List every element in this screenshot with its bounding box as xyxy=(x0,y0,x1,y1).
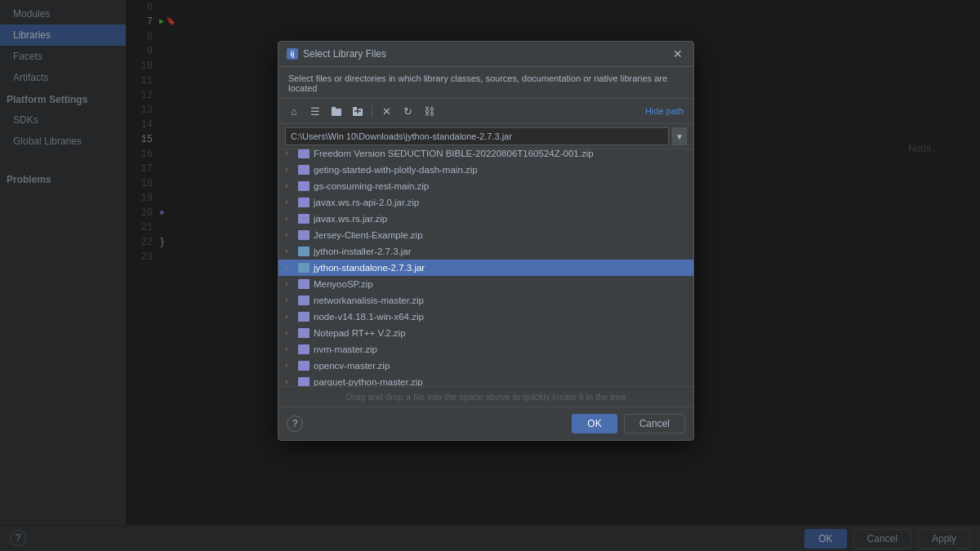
file-name: jython-standalone-2.7.3.jar xyxy=(314,260,425,275)
chevron-right-icon: › xyxy=(285,342,296,357)
file-list-item[interactable]: ›gs-consuming-rest-main.zip xyxy=(278,178,693,194)
path-input[interactable] xyxy=(285,127,669,145)
file-list-item[interactable]: ›jython-standalone-2.7.3.jar xyxy=(278,260,693,276)
file-list-item[interactable]: ›networkanalisis-master.zip xyxy=(278,292,693,309)
file-type-icon xyxy=(298,344,310,354)
file-name: geting-started-with-plotly-dash-main.zip xyxy=(314,162,478,177)
file-type-icon xyxy=(298,247,310,256)
chevron-right-icon: › xyxy=(285,149,296,161)
dialog-subtitle: Select files or directories in which lib… xyxy=(278,67,693,99)
file-list-item[interactable]: ›geting-started-with-plotly-dash-main.zi… xyxy=(278,162,693,178)
chevron-right-icon: › xyxy=(285,162,296,177)
file-list-item[interactable]: ›Notepad RT++ V.2.zip xyxy=(278,325,693,341)
file-type-icon xyxy=(298,214,310,224)
chevron-right-icon: › xyxy=(285,358,296,373)
file-list-item[interactable]: ›Freedom Version SEDUCTION BIBLE-2022080… xyxy=(278,149,693,162)
dialog-logo-icon: ij xyxy=(287,48,298,60)
new-folder-button[interactable] xyxy=(327,102,345,120)
file-type-icon xyxy=(298,312,310,322)
file-list-item[interactable]: ›MenyooSP.zip xyxy=(278,276,693,292)
chevron-right-icon: › xyxy=(285,195,296,210)
file-name: javax.ws.rs-api-2.0.jar.zip xyxy=(314,195,419,210)
file-name: gs-consuming-rest-main.zip xyxy=(314,179,429,193)
file-name: networkanalisis-master.zip xyxy=(314,293,424,308)
file-type-icon xyxy=(298,279,310,289)
list-view-button[interactable]: ☰ xyxy=(306,102,324,120)
file-name: MenyooSP.zip xyxy=(314,277,373,291)
chevron-right-icon: › xyxy=(285,211,296,226)
chevron-right-icon: › xyxy=(285,244,296,259)
hide-path-button[interactable]: Hide path xyxy=(642,104,687,118)
dialog-title-text: Select Library Files xyxy=(303,48,386,60)
chevron-right-icon: › xyxy=(285,228,296,242)
dialog-titlebar: ij Select Library Files ✕ xyxy=(278,42,693,67)
file-list-item[interactable]: ›Jersey-Client-Example.zip xyxy=(278,227,693,243)
home-button[interactable]: ⌂ xyxy=(285,102,303,120)
file-toolbar: ⌂ ☰ ✕ ↻ ⛓ Hide path xyxy=(278,99,693,124)
chevron-right-icon: › xyxy=(285,260,296,275)
file-type-icon xyxy=(298,181,310,191)
path-row: ▼ xyxy=(278,124,693,149)
file-list[interactable]: ›Freedom Version SEDUCTION BIBLE-2022080… xyxy=(278,149,693,386)
file-type-icon xyxy=(298,149,310,158)
chevron-right-icon: › xyxy=(285,277,296,291)
file-type-icon xyxy=(298,263,310,273)
dialog-actions: OK Cancel xyxy=(572,414,685,433)
delete-button[interactable]: ✕ xyxy=(377,102,395,120)
file-list-item[interactable]: ›nvm-master.zip xyxy=(278,341,693,358)
file-type-icon xyxy=(298,377,310,386)
file-list-item[interactable]: ›javax.ws.rs-api-2.0.jar.zip xyxy=(278,194,693,211)
file-name: Freedom Version SEDUCTION BIBLE-20220806… xyxy=(314,149,594,161)
file-type-icon xyxy=(298,165,310,175)
file-name: opencv-master.zip xyxy=(314,358,390,373)
file-type-icon xyxy=(298,230,310,240)
file-name: node-v14.18.1-win-x64.zip xyxy=(314,309,424,324)
file-type-icon xyxy=(298,198,310,207)
svg-rect-1 xyxy=(332,107,336,109)
file-list-item[interactable]: ›javax.ws.rs.jar.zip xyxy=(278,211,693,227)
file-name: Notepad RT++ V.2.zip xyxy=(314,326,406,340)
file-type-icon xyxy=(298,361,310,371)
file-type-icon xyxy=(298,328,310,338)
dialog-title-area: ij Select Library Files xyxy=(287,48,386,60)
chevron-right-icon: › xyxy=(285,179,296,193)
file-name: parquet-python-master.zip xyxy=(314,375,423,386)
chevron-right-icon: › xyxy=(285,309,296,324)
file-type-icon xyxy=(298,295,310,305)
file-list-item[interactable]: ›parquet-python-master.zip xyxy=(278,374,693,386)
dialog-bottom: ? OK Cancel xyxy=(278,407,693,440)
svg-rect-0 xyxy=(332,109,341,116)
cancel-button[interactable]: Cancel xyxy=(624,414,685,433)
chevron-right-icon: › xyxy=(285,293,296,308)
file-list-item[interactable]: ›jython-installer-2.7.3.jar xyxy=(278,243,693,260)
file-list-item[interactable]: ›node-v14.18.1-win-x64.zip xyxy=(278,309,693,325)
file-name: Jersey-Client-Example.zip xyxy=(314,228,423,242)
file-name: nvm-master.zip xyxy=(314,342,377,357)
refresh-button[interactable]: ↻ xyxy=(399,102,416,120)
path-dropdown-button[interactable]: ▼ xyxy=(672,127,687,145)
drag-hint: Drag and drop a file into the space abov… xyxy=(278,386,693,407)
dialog-close-button[interactable]: ✕ xyxy=(670,47,685,61)
ok-button[interactable]: OK xyxy=(572,414,617,433)
select-library-dialog: ij Select Library Files ✕ Select files o… xyxy=(278,41,694,441)
file-name: jython-installer-2.7.3.jar xyxy=(314,244,412,259)
open-folder-button[interactable] xyxy=(349,102,367,120)
chevron-right-icon: › xyxy=(285,375,296,386)
svg-rect-3 xyxy=(353,107,357,109)
chevron-right-icon: › xyxy=(285,326,296,340)
link-button[interactable]: ⛓ xyxy=(420,102,438,120)
toolbar-separator xyxy=(372,104,372,118)
file-name: javax.ws.rs.jar.zip xyxy=(314,211,387,226)
dialog-help-button[interactable]: ? xyxy=(287,415,303,432)
file-list-item[interactable]: ›opencv-master.zip xyxy=(278,358,693,374)
